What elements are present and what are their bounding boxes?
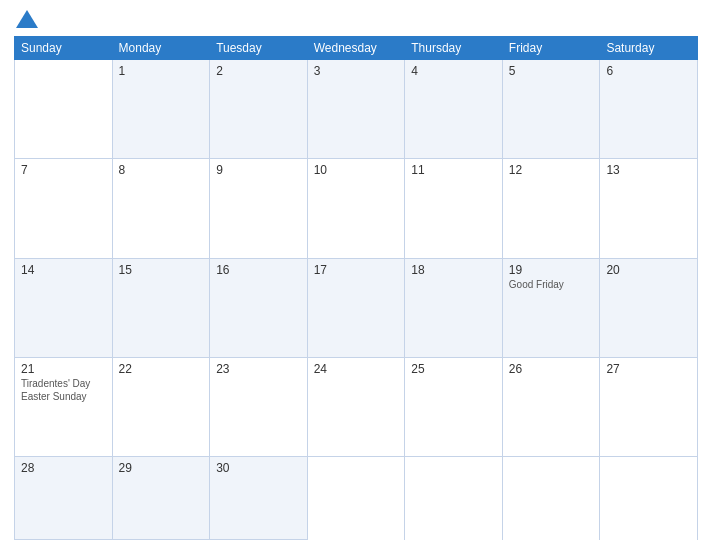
day-number: 6 bbox=[606, 64, 691, 78]
calendar-cell bbox=[600, 457, 698, 540]
calendar-cell: 24 bbox=[307, 357, 405, 456]
svg-marker-0 bbox=[16, 10, 38, 28]
calendar-week-row: 21Tiradentes' DayEaster Sunday2223242526… bbox=[15, 357, 698, 456]
calendar-cell: 17 bbox=[307, 258, 405, 357]
day-number: 1 bbox=[119, 64, 204, 78]
calendar-cell bbox=[307, 457, 405, 540]
day-number: 24 bbox=[314, 362, 399, 376]
calendar-cell: 21Tiradentes' DayEaster Sunday bbox=[15, 357, 113, 456]
weekday-header: Wednesday bbox=[307, 37, 405, 60]
calendar-cell: 25 bbox=[405, 357, 503, 456]
calendar-table: SundayMondayTuesdayWednesdayThursdayFrid… bbox=[14, 36, 698, 540]
calendar-cell: 12 bbox=[502, 159, 600, 258]
calendar-container: SundayMondayTuesdayWednesdayThursdayFrid… bbox=[0, 0, 712, 550]
day-number: 7 bbox=[21, 163, 106, 177]
event-label: Good Friday bbox=[509, 279, 594, 290]
day-number: 25 bbox=[411, 362, 496, 376]
day-number: 11 bbox=[411, 163, 496, 177]
calendar-cell: 19Good Friday bbox=[502, 258, 600, 357]
calendar-cell: 11 bbox=[405, 159, 503, 258]
calendar-cell: 29 bbox=[112, 457, 210, 540]
calendar-cell: 3 bbox=[307, 60, 405, 159]
day-number: 28 bbox=[21, 461, 106, 475]
day-number: 9 bbox=[216, 163, 301, 177]
weekday-header-row: SundayMondayTuesdayWednesdayThursdayFrid… bbox=[15, 37, 698, 60]
day-number: 20 bbox=[606, 263, 691, 277]
calendar-week-row: 123456 bbox=[15, 60, 698, 159]
day-number: 18 bbox=[411, 263, 496, 277]
day-number: 27 bbox=[606, 362, 691, 376]
day-number: 17 bbox=[314, 263, 399, 277]
calendar-cell: 5 bbox=[502, 60, 600, 159]
weekday-header: Monday bbox=[112, 37, 210, 60]
calendar-cell: 20 bbox=[600, 258, 698, 357]
calendar-cell: 4 bbox=[405, 60, 503, 159]
calendar-week-row: 78910111213 bbox=[15, 159, 698, 258]
event-label: Tiradentes' Day bbox=[21, 378, 106, 389]
calendar-cell: 28 bbox=[15, 457, 113, 540]
calendar-cell: 27 bbox=[600, 357, 698, 456]
weekday-header: Friday bbox=[502, 37, 600, 60]
day-number: 10 bbox=[314, 163, 399, 177]
calendar-cell: 22 bbox=[112, 357, 210, 456]
day-number: 26 bbox=[509, 362, 594, 376]
day-number: 5 bbox=[509, 64, 594, 78]
weekday-header: Thursday bbox=[405, 37, 503, 60]
day-number: 8 bbox=[119, 163, 204, 177]
calendar-cell: 7 bbox=[15, 159, 113, 258]
calendar-cell: 26 bbox=[502, 357, 600, 456]
day-number: 15 bbox=[119, 263, 204, 277]
day-number: 21 bbox=[21, 362, 106, 376]
calendar-week-row: 141516171819Good Friday20 bbox=[15, 258, 698, 357]
calendar-cell: 13 bbox=[600, 159, 698, 258]
calendar-cell: 30 bbox=[210, 457, 308, 540]
day-number: 16 bbox=[216, 263, 301, 277]
day-number: 22 bbox=[119, 362, 204, 376]
day-number: 30 bbox=[216, 461, 301, 475]
calendar-cell: 10 bbox=[307, 159, 405, 258]
calendar-cell: 6 bbox=[600, 60, 698, 159]
calendar-cell: 14 bbox=[15, 258, 113, 357]
logo bbox=[14, 10, 38, 28]
calendar-cell: 18 bbox=[405, 258, 503, 357]
calendar-cell bbox=[405, 457, 503, 540]
logo-icon bbox=[16, 10, 38, 28]
day-number: 14 bbox=[21, 263, 106, 277]
weekday-header: Saturday bbox=[600, 37, 698, 60]
calendar-cell bbox=[15, 60, 113, 159]
day-number: 29 bbox=[119, 461, 204, 475]
calendar-cell: 15 bbox=[112, 258, 210, 357]
calendar-cell: 2 bbox=[210, 60, 308, 159]
calendar-cell: 8 bbox=[112, 159, 210, 258]
calendar-cell: 23 bbox=[210, 357, 308, 456]
calendar-cell: 16 bbox=[210, 258, 308, 357]
calendar-week-row: 282930 bbox=[15, 457, 698, 540]
calendar-body: 12345678910111213141516171819Good Friday… bbox=[15, 60, 698, 540]
event-label: Easter Sunday bbox=[21, 391, 106, 402]
calendar-cell: 9 bbox=[210, 159, 308, 258]
day-number: 12 bbox=[509, 163, 594, 177]
calendar-cell bbox=[502, 457, 600, 540]
weekday-header: Tuesday bbox=[210, 37, 308, 60]
calendar-header bbox=[14, 10, 698, 28]
day-number: 4 bbox=[411, 64, 496, 78]
day-number: 23 bbox=[216, 362, 301, 376]
weekday-header: Sunday bbox=[15, 37, 113, 60]
day-number: 2 bbox=[216, 64, 301, 78]
day-number: 3 bbox=[314, 64, 399, 78]
day-number: 13 bbox=[606, 163, 691, 177]
day-number: 19 bbox=[509, 263, 594, 277]
calendar-cell: 1 bbox=[112, 60, 210, 159]
